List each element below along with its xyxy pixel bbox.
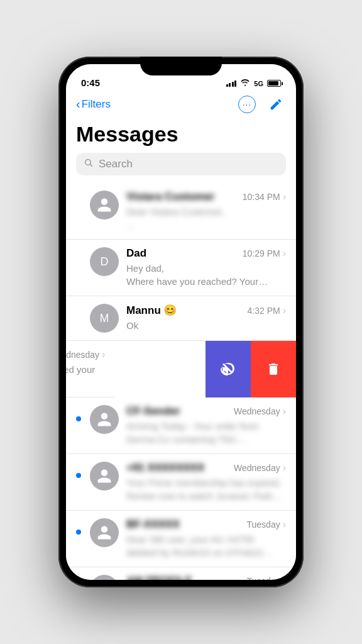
avatar — [90, 405, 119, 434]
list-item[interactable]: CF-Sender Wednesday › Arriving Today : Y… — [66, 397, 296, 454]
message-time: Wednesday › — [234, 406, 286, 417]
unread-indicator — [76, 462, 82, 478]
message-preview: Arriving Today : Your order from Derma-C… — [126, 419, 286, 446]
avatar: M — [90, 304, 119, 333]
nav-right-icons: ··· — [238, 94, 286, 114]
phone-frame: 0:45 5G — [58, 57, 304, 587]
trash-icon — [266, 362, 281, 377]
mute-icon — [221, 362, 236, 377]
sender-name: CF-Sender — [126, 405, 180, 418]
list-item[interactable]: Vistara Customer 10:34 PM › Dear Vistara… — [66, 183, 296, 240]
page-title: Messages — [66, 119, 296, 153]
avatar — [90, 462, 119, 491]
unread-indicator — [76, 247, 82, 258]
sender-name: BF-XXXXX — [126, 518, 180, 531]
battery-icon — [267, 80, 281, 87]
sender-name: Dad — [126, 247, 146, 260]
chevron-right-icon: › — [283, 406, 286, 417]
back-button[interactable]: ‹ Filters — [76, 98, 111, 111]
sender-name: Vistara Customer — [126, 191, 214, 203]
phone-screen: 0:45 5G — [66, 64, 296, 580]
message-content: Mannu 😊 4:32 PM › Ok — [126, 304, 286, 332]
message-preview: Dear Vistara Customer,... — [126, 205, 286, 231]
unread-indicator — [76, 405, 82, 421]
sender-name: AM PROFILE — [126, 575, 192, 580]
chevron-right-icon: › — [283, 519, 286, 530]
wifi-icon — [240, 79, 250, 88]
message-time: Wednesday › — [234, 462, 286, 474]
unread-indicator — [76, 575, 82, 580]
ellipsis-icon: ··· — [243, 99, 252, 109]
chevron-right-icon: › — [102, 349, 105, 360]
message-time: Wednesday › — [66, 349, 105, 360]
message-content: +91 XXXXXXXX Wednesday › Your Prime memb… — [126, 462, 286, 502]
message-preview: Hey dad,Where have you reached? Your pho… — [126, 262, 286, 288]
avatar: D — [90, 247, 119, 276]
message-time: 10:34 PM › — [243, 191, 286, 203]
message-content: Vistara Customer 10:34 PM › Dear Vistara… — [126, 191, 286, 231]
phone-wrapper: 0:45 5G — [0, 0, 362, 644]
search-bar[interactable]: Search — [76, 153, 286, 175]
avatar — [90, 191, 119, 219]
message-preview: delivered your order 773996_SP42-532951 … — [66, 363, 105, 389]
search-icon — [84, 158, 94, 170]
message-content: AM PROFILE Tuesday › Haven't planned Ros… — [126, 575, 286, 580]
list-item[interactable]: M Mannu 😊 4:32 PM › Ok — [66, 296, 296, 341]
message-content: CF-Sender Wednesday › Arriving Today : Y… — [126, 405, 286, 446]
message-content: BF-XXXXX Tuesday › Dear SBI user, your A… — [126, 518, 286, 559]
chevron-right-icon: › — [283, 575, 286, 580]
message-content: Rkt Wednesday › delivered your order 773… — [66, 348, 105, 389]
more-options-button[interactable]: ··· — [238, 96, 256, 113]
sender-name: +91 XXXXXXXX — [126, 462, 204, 474]
compose-icon — [269, 97, 283, 111]
nav-bar: ‹ Filters ··· — [66, 92, 296, 119]
avatar — [90, 575, 119, 580]
five-g-icon: 5G — [254, 80, 263, 87]
chevron-right-icon: › — [283, 305, 286, 316]
messages-list: Vistara Customer 10:34 PM › Dear Vistara… — [66, 183, 296, 580]
list-item[interactable]: D Dad 10:29 PM › Hey dad,Where have you … — [66, 240, 296, 296]
search-placeholder: Search — [99, 158, 133, 170]
status-icons: 5G — [226, 79, 281, 88]
swipe-actions — [206, 341, 296, 397]
message-time: Tuesday › — [246, 575, 286, 580]
mute-action-button[interactable] — [206, 341, 251, 397]
list-item[interactable]: BF-XXXXX Tuesday › Dear SBI user, your A… — [66, 511, 296, 567]
status-time: 0:45 — [81, 77, 100, 88]
back-label: Filters — [82, 98, 111, 111]
sender-name: Mannu 😊 — [126, 304, 177, 317]
delete-action-button[interactable] — [251, 341, 296, 397]
message-time: Tuesday › — [246, 519, 286, 530]
message-preview: Ok — [126, 319, 286, 332]
chevron-right-icon: › — [283, 462, 286, 474]
message-content: Dad 10:29 PM › Hey dad,Where have you re… — [126, 247, 286, 288]
list-item[interactable]: +91 XXXXXXXX Wednesday › Your Prime memb… — [66, 454, 296, 511]
notch — [140, 57, 222, 75]
message-preview: Dear SBI user, your A/c X4750 debited by… — [126, 533, 286, 559]
unread-indicator — [76, 191, 82, 202]
unread-indicator — [76, 304, 82, 315]
back-chevron-icon: ‹ — [76, 97, 80, 110]
message-time: 10:29 PM › — [243, 248, 286, 259]
message-preview: Your Prime membership has expired. Renew… — [126, 476, 286, 502]
message-time: 4:32 PM › — [248, 305, 286, 316]
chevron-right-icon: › — [283, 191, 286, 203]
list-item[interactable]: AM PROFILE Tuesday › Haven't planned Ros… — [66, 567, 296, 580]
compose-button[interactable] — [266, 94, 286, 114]
avatar — [90, 518, 119, 547]
signal-bars-icon — [226, 80, 237, 87]
unread-indicator — [76, 518, 82, 535]
chevron-right-icon: › — [283, 248, 286, 259]
list-item[interactable]: R Rkt Wednesday › delivered your order 7… — [66, 341, 296, 397]
